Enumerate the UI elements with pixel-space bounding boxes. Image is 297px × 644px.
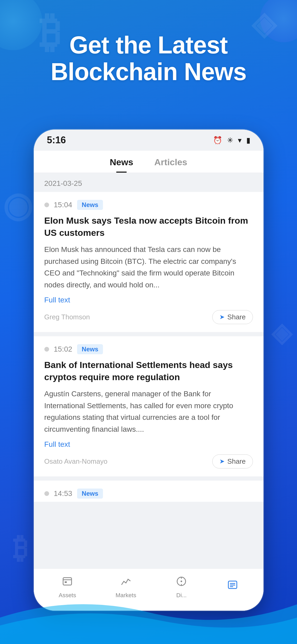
news-dot-1 xyxy=(44,203,49,207)
news-card-1: 15:04 News Elon Musk says Tesla now acce… xyxy=(34,192,263,332)
bg-icon-crypto4: ◈ xyxy=(271,317,292,348)
tab-articles[interactable]: Articles xyxy=(154,157,187,173)
bluetooth-icon: ✳ xyxy=(227,136,233,145)
bottom-wave xyxy=(0,578,297,644)
news-author-1: Greg Thomson xyxy=(44,313,90,321)
news-time-1: 15:04 xyxy=(54,201,72,209)
news-card-3: 14:53 News xyxy=(34,481,263,502)
share-icon-1: ➤ xyxy=(219,313,225,321)
news-meta-1: 15:04 News xyxy=(44,200,253,210)
bg-icon-crypto3: ◉ xyxy=(3,185,32,225)
status-bar: 5:16 ⏰ ✳ ▾ ▮ xyxy=(34,130,263,151)
news-dot-2 xyxy=(44,347,49,352)
content-area: 2021-03-25 15:04 News Elon Musk says Tes… xyxy=(34,173,263,591)
news-author-2: Osato Avan-Nomayo xyxy=(44,457,107,466)
news-fulltext-1[interactable]: Full text xyxy=(44,296,253,304)
hero-section: Get the Latest Blockchain News xyxy=(0,32,297,85)
bg-icon-crypto5: ₿ xyxy=(13,531,28,565)
tab-news[interactable]: News xyxy=(110,157,133,173)
news-body-1: Elon Musk has announced that Tesla cars … xyxy=(44,244,253,291)
news-meta-2: 15:02 News xyxy=(44,344,253,354)
nav-tabs: News Articles xyxy=(34,151,263,173)
news-time-2: 15:02 xyxy=(54,345,72,353)
news-title-1[interactable]: Elon Musk says Tesla now accepts Bitcoin… xyxy=(44,215,253,239)
news-badge-1: News xyxy=(77,200,103,210)
alarm-icon: ⏰ xyxy=(213,136,222,145)
share-label-1: Share xyxy=(227,313,246,321)
share-button-1[interactable]: ➤ Share xyxy=(212,310,253,324)
news-footer-2: Osato Avan-Nomayo ➤ Share xyxy=(44,454,253,468)
news-fulltext-2[interactable]: Full text xyxy=(44,440,253,449)
news-footer-1: Greg Thomson ➤ Share xyxy=(44,310,253,324)
news-time-3: 14:53 xyxy=(54,489,72,498)
status-icons: ⏰ ✳ ▾ ▮ xyxy=(213,136,250,145)
news-badge-2: News xyxy=(77,344,103,354)
share-label-2: Share xyxy=(227,457,246,466)
hero-title: Get the Latest Blockchain News xyxy=(16,32,281,85)
hero-line1: Get the Latest xyxy=(69,31,228,58)
news-title-2[interactable]: Bank of International Settlements head s… xyxy=(44,359,253,383)
status-time: 5:16 xyxy=(47,135,66,146)
share-button-2[interactable]: ➤ Share xyxy=(212,454,253,468)
wifi-icon: ▾ xyxy=(238,136,242,145)
phone-mockup: 5:16 ⏰ ✳ ▾ ▮ News Articles 2021-03-25 15… xyxy=(34,130,263,611)
battery-icon: ▮ xyxy=(246,136,250,145)
hero-line2: Blockchain News xyxy=(51,58,247,85)
news-card-2: 15:02 News Bank of International Settlem… xyxy=(34,336,263,476)
news-badge-3: News xyxy=(77,489,103,499)
date-header: 2021-03-25 xyxy=(34,173,263,192)
share-icon-2: ➤ xyxy=(219,458,225,465)
news-dot-3 xyxy=(44,491,49,496)
news-body-2: Agustín Carstens, general manager of the… xyxy=(44,388,253,435)
news-meta-3: 14:53 News xyxy=(44,489,253,499)
